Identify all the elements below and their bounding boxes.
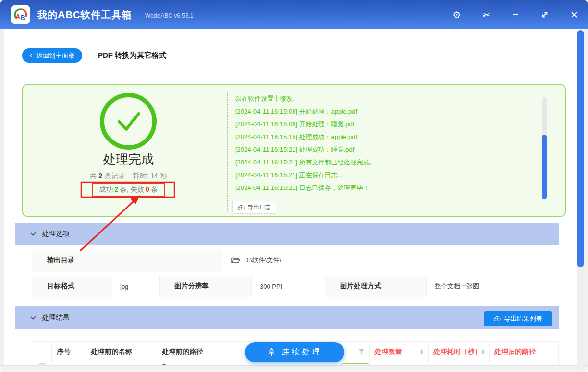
stats-line: 共2条记录耗时:14秒	[33, 172, 224, 181]
app-logo-icon: A B	[11, 5, 30, 24]
field-label: 图片分辨率	[160, 276, 252, 297]
svg-text:B: B	[20, 14, 25, 22]
app-title: 我的ABC软件工具箱	[37, 8, 132, 22]
log-scrollbar-thumb[interactable]	[542, 135, 547, 199]
export-cloud-icon	[494, 316, 501, 322]
app-version: WodeABC v6.53.1	[145, 12, 194, 19]
filter-funnel-icon[interactable]	[358, 349, 365, 355]
field-value: jpg	[112, 276, 160, 297]
section-processing-options[interactable]: 处理选项	[15, 223, 559, 245]
process-log: 以在软件设置中修改。 [2024-04-11 16:15:08] 开始处理：ap…	[235, 93, 539, 194]
result-panel: 处理完成 共2条记录耗时:14秒 成功2条, 失败0条 以在软件设置中修改。 […	[22, 84, 566, 217]
export-results-label: 导出结果列表	[504, 314, 542, 323]
success-count: 2	[114, 186, 118, 193]
options-fields-row: 目标格式 jpg 图片分辨率 300 PPI 图片处理方式 整个文档一张图	[32, 276, 550, 297]
header-process-time[interactable]: 处理耗时（秒） ▲▼	[429, 342, 490, 362]
result-summary-column: 处理完成 共2条记录耗时:14秒 成功2条, 失败0条	[33, 85, 224, 216]
folder-icon	[231, 257, 240, 264]
app-window: A B 我的ABC软件工具箱 WodeABC v6.53.1 ⚙ ✂	[0, 0, 588, 372]
header-path-after: 处理后的路径	[490, 342, 558, 362]
settings-gear-icon[interactable]: ⚙	[451, 9, 463, 21]
field-value: 整个文档一张图	[427, 276, 550, 297]
back-button-label: 返回到主面板	[36, 51, 74, 60]
log-line: [2024-04-11 16:15:08] 开始处理：apple.pdf	[235, 105, 539, 118]
maximize-icon[interactable]	[539, 9, 551, 21]
field-value: 300 PPI	[252, 276, 325, 297]
header-divider	[4, 71, 584, 71]
field-label: 图片处理方式	[325, 276, 427, 297]
output-directory-value: D:\软件\文件\	[223, 249, 550, 272]
back-to-main-button[interactable]: ‹ 返回到主面板	[22, 48, 82, 63]
log-line: [2024-04-11 16:15:21] 所有文件都已经处理完成。	[235, 156, 539, 169]
export-cloud-icon	[238, 205, 245, 210]
header-process-count[interactable]: 处理数量 ▲▼	[370, 342, 429, 362]
minimize-icon[interactable]	[510, 9, 521, 21]
output-directory-label: 输出目录	[32, 249, 223, 272]
log-line: [2024-04-11 16:15:21] 处理成功：睡觉.pdf	[235, 143, 539, 156]
continue-processing-button[interactable]: 连续处理	[245, 342, 344, 362]
export-log-label: 导出日志	[247, 203, 271, 211]
close-icon[interactable]	[568, 9, 580, 21]
log-line: [2024-04-11 16:15:15] 处理成功：apple.pdf	[235, 131, 539, 143]
rocket-icon	[267, 348, 276, 357]
log-divider	[227, 92, 228, 211]
page-title: PDF 转换为其它格式	[98, 51, 166, 60]
header-index: 序号	[52, 342, 86, 362]
titlebar: A B 我的ABC软件工具箱 WodeABC v6.53.1 ⚙ ✂	[0, 0, 588, 29]
continue-button-label: 连续处理	[281, 347, 322, 357]
log-line: [2024-04-11 16:15:08] 开始处理：睡觉.pdf	[235, 118, 539, 131]
sort-arrows-icon[interactable]: ▲▼	[420, 349, 423, 355]
chevron-down-icon	[30, 232, 36, 236]
scissors-icon[interactable]: ✂	[480, 9, 492, 21]
export-log-button[interactable]: 导出日志	[232, 201, 276, 214]
fail-count: 0	[146, 186, 149, 193]
time-value: 14	[150, 172, 158, 180]
field-label: 目标格式	[32, 276, 112, 297]
header-path-before: 处理前的路径	[157, 342, 245, 362]
page-scrollbar-thumb[interactable]	[577, 30, 584, 267]
section-processing-results[interactable]: 处理结果 导出结果列表	[15, 306, 559, 329]
success-check-icon	[100, 93, 157, 150]
log-line: [2024-04-11 16:15:21] 日志已保存，处理完毕！	[235, 182, 539, 194]
status-title: 处理完成	[33, 151, 224, 168]
section-title: 处理选项	[42, 230, 70, 238]
sort-arrows-icon[interactable]: ▲▼	[482, 349, 484, 355]
header-checkbox-cell	[32, 342, 52, 362]
section-title: 处理结果	[42, 313, 70, 322]
header-name-before: 处理前的名称	[86, 342, 157, 362]
total-count: 2	[98, 172, 102, 180]
export-results-button[interactable]: 导出结果列表	[484, 311, 552, 326]
log-line: [2024-04-11 16:15:21] 正在保存日志...	[235, 169, 539, 182]
chevron-left-icon: ‹	[30, 51, 32, 59]
output-directory-row: 输出目录 D:\软件\文件\	[32, 249, 550, 272]
horizontal-scrollbar[interactable]	[0, 365, 588, 372]
chevron-down-icon	[30, 316, 36, 320]
success-fail-summary: 成功2条, 失败0条	[92, 183, 164, 197]
log-line: 以在软件设置中修改。	[235, 93, 539, 105]
